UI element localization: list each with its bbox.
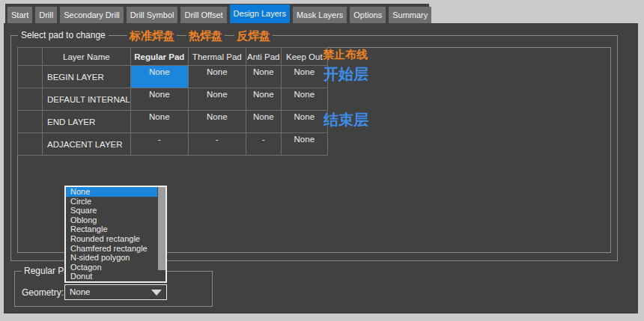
cell-adjacent-regular-pad[interactable]: - — [130, 133, 188, 156]
tab-mask-layers[interactable]: Mask Layers — [293, 7, 347, 23]
pad-table: Layer Name Regular Pad Thermal Pad Anti … — [17, 47, 328, 156]
dropdown-item-oblong[interactable]: Oblong — [66, 215, 165, 225]
header-anti-pad: Anti Pad — [246, 48, 281, 66]
cell-end-thermal-pad[interactable]: None — [188, 111, 246, 133]
header-regular-pad: Regular Pad — [130, 48, 188, 66]
tab-drill-symbol[interactable]: Drill Symbol — [127, 7, 178, 23]
geometry-label: Geometry: — [22, 287, 64, 298]
header-row-selector — [18, 48, 43, 66]
layer-name-cell: DEFAULT INTERNAL — [43, 88, 131, 111]
table-row-end-layer: END LAYER None None None None — [18, 111, 328, 133]
tab-drill-offset[interactable]: Drill Offset — [180, 7, 226, 23]
tab-summary[interactable]: Summary — [389, 7, 431, 23]
cell-begin-anti-pad[interactable]: None — [246, 66, 281, 88]
row-selector-cell[interactable] — [18, 111, 43, 133]
tab-options[interactable]: Options — [350, 7, 386, 23]
cell-begin-keep-out[interactable]: None — [281, 66, 327, 88]
dropdown-scrollbar[interactable] — [157, 187, 165, 281]
dropdown-item-n-sided-polygon[interactable]: N-sided polygon — [66, 253, 165, 263]
dropdown-item-octagon[interactable]: Octagon — [66, 263, 165, 272]
geometry-combobox[interactable]: None — [64, 284, 167, 300]
table-row-begin-layer: BEGIN LAYER None None None None — [18, 66, 328, 88]
tab-drill[interactable]: Drill — [35, 7, 57, 23]
cell-begin-thermal-pad[interactable]: None — [188, 66, 246, 88]
annotation-keep-out-cn: 禁止布线 — [321, 48, 370, 61]
annotation-regular-pad-cn: 标准焊盘 — [127, 29, 177, 42]
tab-bar: Start Drill Secondary Drill Drill Symbol… — [7, 4, 431, 23]
cell-end-regular-pad[interactable]: None — [130, 111, 188, 133]
annotation-end-layer-cn: 结束层 — [323, 111, 368, 129]
annotation-anti-pad-cn: 反焊盘 — [234, 29, 273, 42]
scrollbar-thumb[interactable] — [158, 187, 165, 270]
dropdown-item-rounded-rectangle[interactable]: Rounded rectangle — [66, 234, 165, 244]
table-row-adjacent-layer: ADJACENT LAYER - - - None — [18, 133, 328, 156]
geometry-combobox-value: None — [70, 287, 91, 296]
table-header-row: Layer Name Regular Pad Thermal Pad Anti … — [18, 48, 328, 66]
dropdown-item-circle[interactable]: Circle — [66, 197, 165, 207]
cell-end-anti-pad[interactable]: None — [246, 111, 281, 133]
header-layer-name: Layer Name — [43, 48, 131, 66]
header-thermal-pad: Thermal Pad — [188, 48, 246, 66]
dropdown-item-square[interactable]: Square — [66, 206, 165, 215]
row-selector-cell[interactable] — [18, 133, 43, 156]
row-selector-cell[interactable] — [18, 66, 43, 88]
geometry-dropdown-list: None Circle Square Oblong Rectangle Roun… — [64, 186, 167, 283]
layer-name-cell: END LAYER — [43, 111, 131, 133]
layer-name-cell: ADJACENT LAYER — [43, 133, 131, 156]
tab-design-layers[interactable]: Design Layers — [230, 4, 290, 23]
annotation-thermal-pad-cn: 热焊盘 — [186, 29, 225, 42]
cell-adjacent-keep-out[interactable]: None — [281, 133, 327, 156]
cell-adjacent-anti-pad[interactable]: - — [246, 133, 281, 156]
layer-name-cell: BEGIN LAYER — [43, 66, 131, 88]
dropdown-item-chamfered-rectangle[interactable]: Chamfered rectangle — [66, 244, 165, 254]
tab-start[interactable]: Start — [7, 7, 32, 23]
cell-adjacent-thermal-pad[interactable]: - — [188, 133, 246, 156]
cell-internal-thermal-pad[interactable]: None — [188, 88, 246, 111]
cell-internal-keep-out[interactable]: None — [281, 88, 327, 111]
annotation-begin-layer-cn: 开始层 — [323, 65, 368, 83]
cell-begin-regular-pad[interactable]: None — [130, 66, 188, 88]
dropdown-item-rectangle[interactable]: Rectangle — [66, 224, 165, 234]
row-selector-cell[interactable] — [18, 88, 43, 111]
chevron-down-icon[interactable] — [151, 290, 162, 296]
dropdown-item-none[interactable]: None — [66, 187, 157, 197]
cell-internal-regular-pad[interactable]: None — [130, 88, 188, 111]
tab-secondary-drill[interactable]: Secondary Drill — [60, 7, 124, 23]
dropdown-item-donut[interactable]: Donut — [66, 272, 165, 281]
cell-internal-anti-pad[interactable]: None — [246, 88, 281, 111]
select-pad-group-title: Select pad to change — [18, 30, 109, 40]
table-row-default-internal: DEFAULT INTERNAL None None None None — [18, 88, 328, 111]
dialog-window: Start Drill Secondary Drill Drill Symbol… — [0, 0, 644, 321]
cell-end-keep-out[interactable]: None — [281, 111, 327, 133]
